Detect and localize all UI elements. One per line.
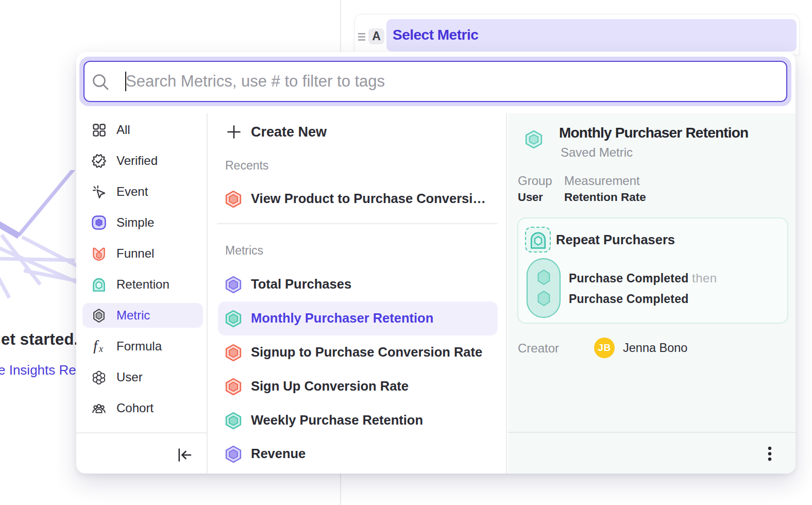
svg-text:x: x [98, 344, 103, 354]
